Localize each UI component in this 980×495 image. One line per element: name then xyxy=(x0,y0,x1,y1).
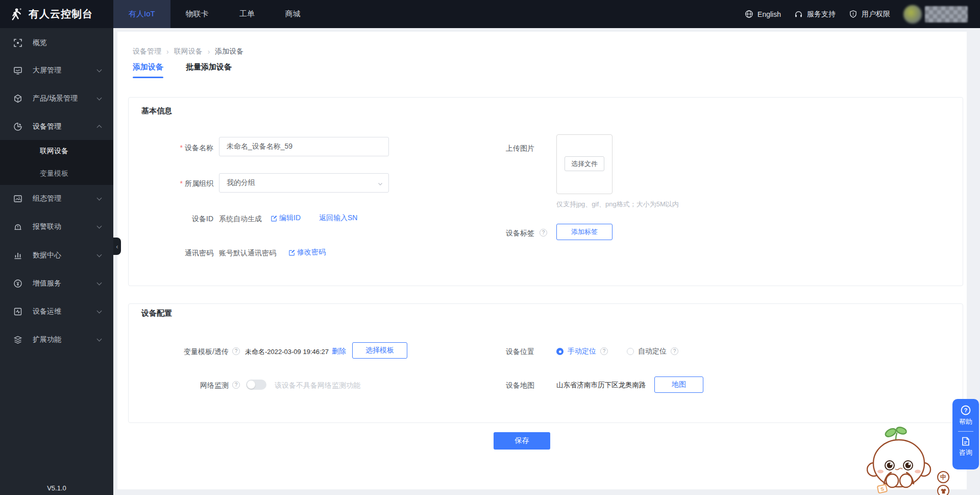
save-button[interactable]: 保存 xyxy=(494,432,550,450)
service-support[interactable]: 服务支持 xyxy=(794,10,836,19)
header-tab-mall[interactable]: 商城 xyxy=(270,0,316,28)
header-nav: 有人IoT 物联卡 工单 商城 xyxy=(113,0,316,28)
change-password-link[interactable]: 修改密码 xyxy=(288,248,326,257)
choose-file-button[interactable]: 选择文件 xyxy=(565,156,604,171)
breadcrumb-networked-devices[interactable]: 联网设备 xyxy=(174,47,203,56)
sidebar-subitem-variable-template[interactable]: 变量模板 xyxy=(0,162,113,185)
help-question-icon[interactable]: ? xyxy=(600,347,608,355)
sidebar-item-label: 报警联动 xyxy=(33,222,61,231)
chevron-down-icon xyxy=(97,280,102,286)
sidebar-item-device-mgmt[interactable]: 设备管理 xyxy=(0,115,113,138)
logo[interactable]: 有人云控制台 xyxy=(9,0,93,28)
user-permission-label: 用户权限 xyxy=(862,10,890,19)
header-tab-workorder[interactable]: 工单 xyxy=(224,0,270,28)
sidebar-item-device-ops[interactable]: 设备运维 xyxy=(0,300,113,323)
sidebar-item-screen-mgmt[interactable]: 大屏管理 xyxy=(0,59,113,82)
auto-locate-radio[interactable] xyxy=(627,348,634,355)
divider xyxy=(958,431,973,432)
comm-password-value: 账号默认通讯密码 xyxy=(219,248,276,257)
cube-icon xyxy=(13,94,22,103)
help-question-icon[interactable]: ? xyxy=(232,347,240,355)
manual-locate-label[interactable]: 手动定位 xyxy=(568,347,596,356)
device-map-address: 山东省济南市历下区龙奥南路 xyxy=(556,381,646,390)
sidebar-item-product-scene[interactable]: 产品/场景管理 xyxy=(0,87,113,110)
help-question-icon[interactable]: ? xyxy=(232,381,240,389)
template-label: 变量模板/透传 xyxy=(138,347,229,356)
sidebar-item-scada-mgmt[interactable]: 组态管理 xyxy=(0,187,113,210)
runner-logo-icon xyxy=(9,8,22,21)
network-monitor-toggle[interactable] xyxy=(246,380,266,390)
org-select[interactable]: 我的分组 xyxy=(219,173,389,193)
consult-label[interactable]: 咨询 xyxy=(959,448,972,457)
choose-template-button[interactable]: 选择模板 xyxy=(352,342,407,359)
org-select-value: 我的分组 xyxy=(227,178,255,187)
header-tab-iot-card[interactable]: 物联卡 xyxy=(170,0,224,28)
chevron-down-icon xyxy=(97,96,102,101)
help-circle-icon[interactable]: ? xyxy=(960,405,971,416)
chevron-down-icon xyxy=(97,337,102,342)
upload-image-label: 上传图片 xyxy=(475,144,534,153)
delete-template-link[interactable]: 删除 xyxy=(332,347,346,356)
sidebar-item-label: 大屏管理 xyxy=(33,66,61,75)
mascot-character[interactable]: S xyxy=(867,426,936,495)
sidebar-collapse-handle[interactable]: ‹ xyxy=(113,238,121,255)
tab-batch-add-device[interactable]: 批量添加设备 xyxy=(186,62,232,72)
sidebar-item-label: 设备管理 xyxy=(33,122,61,131)
chevron-down-icon xyxy=(97,224,102,229)
required-mark: * xyxy=(180,144,183,152)
pen-icon xyxy=(288,249,295,256)
device-map-label: 设备地图 xyxy=(475,381,534,390)
manual-locate-radio[interactable] xyxy=(556,348,564,355)
sidebar-item-extensions[interactable]: 扩展功能 xyxy=(0,328,113,351)
help-question-icon[interactable]: ? xyxy=(540,229,547,237)
sidebar-item-value-added[interactable]: 增值服务 xyxy=(0,272,113,295)
device-name-input[interactable] xyxy=(219,137,389,156)
device-id-label: 设备ID xyxy=(142,214,213,223)
screen-icon xyxy=(13,66,22,75)
breadcrumb: 设备管理 › 联网设备 › 添加设备 xyxy=(133,47,243,56)
sidebar-item-data-center[interactable]: 数据中心 xyxy=(0,244,113,267)
sidebar-item-label: 产品/场景管理 xyxy=(33,94,78,103)
chevron-down-icon xyxy=(97,196,102,201)
bars-icon xyxy=(13,251,22,260)
device-tag-label: 设备标签 xyxy=(475,228,534,238)
image-icon xyxy=(13,194,22,203)
sidebar-item-alarm-linkage[interactable]: 报警联动 xyxy=(0,216,113,238)
app-title: 有人云控制台 xyxy=(29,7,93,21)
device-config-title: 设备配置 xyxy=(141,309,172,318)
help-label[interactable]: 帮助 xyxy=(959,417,972,427)
clothes-badge-button[interactable] xyxy=(937,485,949,495)
device-name-label: *设备名称 xyxy=(142,143,213,152)
breadcrumb-add-device: 添加设备 xyxy=(215,47,243,56)
active-tab-underline xyxy=(133,77,163,78)
header-tab-usriot[interactable]: 有人IoT xyxy=(113,0,170,28)
tab-add-device[interactable]: 添加设备 xyxy=(133,62,163,72)
device-id-value: 系统自动生成 xyxy=(219,214,262,223)
breadcrumb-separator-icon: › xyxy=(166,48,169,56)
edit-id-link[interactable]: 编辑ID xyxy=(271,214,301,223)
yen-icon xyxy=(13,279,22,288)
basic-info-title: 基本信息 xyxy=(141,106,172,116)
monitor-pulse-icon xyxy=(13,307,22,316)
breadcrumb-device-mgmt[interactable]: 设备管理 xyxy=(133,47,161,56)
sidebar-subitem-label: 联网设备 xyxy=(40,147,68,156)
auto-locate-label[interactable]: 自动定位 xyxy=(638,347,667,356)
zhong-badge-button[interactable]: 中 xyxy=(937,471,949,483)
org-label: *所属组织 xyxy=(142,179,213,188)
username-redacted xyxy=(925,6,968,22)
sidebar-item-overview[interactable]: 概览 xyxy=(0,32,113,54)
document-icon[interactable] xyxy=(961,436,971,446)
user-account[interactable] xyxy=(903,5,968,23)
map-button[interactable]: 地图 xyxy=(654,376,703,393)
back-to-sn-link[interactable]: 返回输入SN xyxy=(319,214,357,223)
language-switch[interactable]: English xyxy=(745,10,781,18)
sidebar-subitem-networked-devices[interactable]: 联网设备 xyxy=(0,140,113,162)
chevron-down-icon xyxy=(97,309,102,314)
user-permission[interactable]: 用户权限 xyxy=(849,10,890,19)
sidebar-subitem-label: 变量模板 xyxy=(40,169,68,178)
sidebar-item-label: 组态管理 xyxy=(33,194,61,203)
sidebar: 概览 大屏管理 产品/场景管理 设备管理 联网设备 xyxy=(0,28,113,495)
add-tag-button[interactable]: 添加标签 xyxy=(556,224,612,240)
headset-icon xyxy=(794,10,803,18)
help-question-icon[interactable]: ? xyxy=(671,347,678,355)
